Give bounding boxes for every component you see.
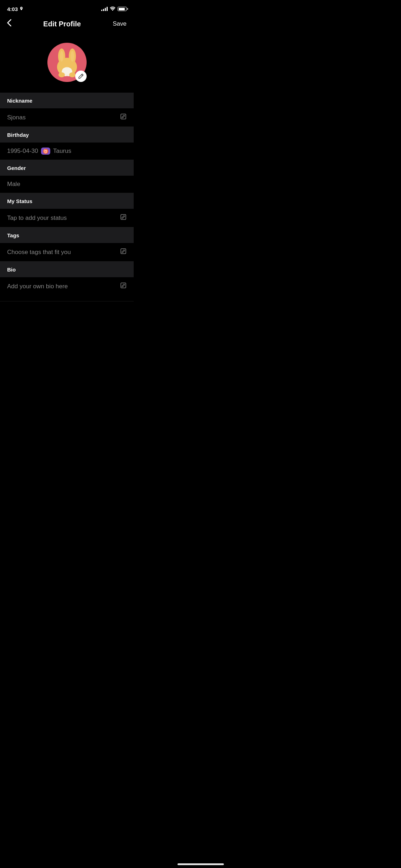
- nickname-label: Nickname: [7, 98, 32, 104]
- svg-point-9: [71, 51, 74, 62]
- status-placeholder: Tap to add your status: [7, 215, 67, 222]
- back-button[interactable]: [7, 19, 11, 29]
- edit-icon: [78, 73, 84, 79]
- taurus-badge: ♉: [41, 148, 50, 155]
- svg-point-10: [63, 67, 71, 74]
- tags-placeholder: Choose tags that fit you: [7, 249, 71, 256]
- gender-section: Gender Male: [0, 160, 134, 193]
- nickname-value: Sjonas: [7, 114, 26, 121]
- birthday-label-row: Birthday: [0, 127, 134, 143]
- svg-rect-14: [121, 283, 126, 288]
- birthday-value-container: 1995-04-30 ♉ Taurus: [7, 148, 71, 155]
- tags-value-row[interactable]: Choose tags that fit you: [0, 243, 134, 262]
- status-label-row: My Status: [0, 193, 134, 209]
- tags-edit-icon: [120, 248, 127, 256]
- tags-section: Tags Choose tags that fit you: [0, 227, 134, 262]
- status-label: My Status: [7, 198, 32, 204]
- birthday-value-row[interactable]: 1995-04-30 ♉ Taurus: [0, 143, 134, 160]
- nickname-edit-icon: [120, 113, 127, 122]
- status-section: My Status Tap to add your status: [0, 193, 134, 227]
- svg-rect-13: [121, 249, 126, 254]
- nickname-value-row[interactable]: Sjonas: [0, 108, 134, 127]
- tags-label: Tags: [7, 232, 19, 238]
- avatar-wrapper[interactable]: [47, 43, 87, 82]
- status-time: 4:03: [7, 6, 23, 12]
- birthday-label: Birthday: [7, 132, 29, 138]
- status-bar: 4:03: [0, 0, 134, 16]
- time-display: 4:03: [7, 6, 18, 12]
- bio-label-row: Bio: [0, 262, 134, 277]
- edit-avatar-button[interactable]: [75, 71, 87, 82]
- birthday-section: Birthday 1995-04-30 ♉ Taurus: [0, 127, 134, 160]
- birthday-date: 1995-04-30: [7, 148, 38, 155]
- page-title: Edit Profile: [43, 20, 81, 28]
- bio-section: Bio Add your own bio here: [0, 262, 134, 301]
- bio-value-row[interactable]: Add your own bio here: [0, 277, 134, 301]
- gender-label: Gender: [7, 165, 26, 171]
- wifi-icon: [110, 6, 115, 12]
- svg-point-6: [58, 72, 65, 77]
- status-icons: [101, 6, 127, 12]
- avatar-section: [0, 36, 134, 93]
- tags-label-row: Tags: [0, 227, 134, 243]
- svg-point-7: [69, 72, 76, 77]
- nickname-label-row: Nickname: [0, 93, 134, 108]
- bio-placeholder: Add your own bio here: [7, 283, 68, 290]
- svg-rect-11: [121, 114, 126, 119]
- bio-edit-icon: [120, 282, 127, 290]
- status-edit-icon: [120, 214, 127, 222]
- taurus-symbol: ♉: [43, 149, 48, 154]
- signal-icon: [101, 7, 108, 11]
- battery-icon: [118, 7, 127, 11]
- save-button[interactable]: Save: [113, 20, 127, 27]
- bio-label: Bio: [7, 267, 16, 273]
- gender-label-row: Gender: [0, 160, 134, 176]
- location-icon: [20, 7, 23, 11]
- gender-value-row[interactable]: Male: [0, 176, 134, 193]
- svg-point-8: [60, 51, 63, 62]
- status-value-row[interactable]: Tap to add your status: [0, 209, 134, 227]
- nickname-section: Nickname Sjonas: [0, 93, 134, 127]
- gender-value: Male: [7, 181, 20, 188]
- svg-rect-12: [121, 215, 126, 219]
- zodiac-label: Taurus: [53, 148, 71, 155]
- nav-header: Edit Profile Save: [0, 16, 134, 36]
